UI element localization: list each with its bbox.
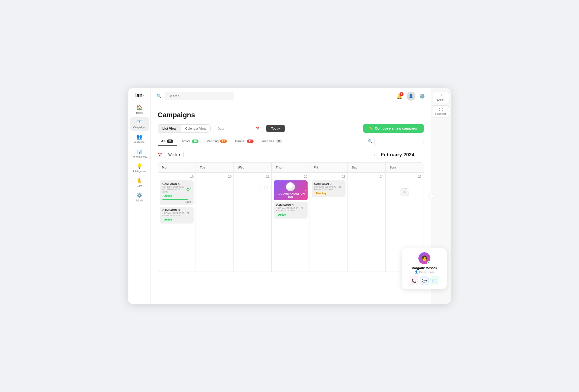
- campaign-d-status: Pending: [314, 192, 328, 195]
- date-24: 24: [350, 175, 383, 178]
- search-icon: 🔍: [157, 94, 162, 98]
- cell-sat-24: 24: [348, 172, 386, 271]
- view-toggle: List View Calendar View: [158, 124, 211, 132]
- campaign-a-nav: ‹ ›: [259, 185, 270, 190]
- cell-tue-20: 20: [196, 172, 234, 271]
- calendar-view-button[interactable]: Calendar View: [181, 125, 211, 132]
- call-button[interactable]: 📞: [410, 276, 418, 285]
- toolbar: List View Calendar View Date 📅 Today ✏️ …: [158, 124, 424, 133]
- campaign-c-title: CAMPAIGN C: [276, 204, 305, 207]
- date-23: 23: [312, 175, 346, 178]
- calendar-grid-icon: 📅: [158, 152, 163, 157]
- week-selector[interactable]: Week ▾: [165, 151, 184, 158]
- campaign-b-card[interactable]: CAMPAIGN B 19 Février 2024 08:00 – 21 Fé…: [160, 207, 194, 223]
- ian-avatar: [286, 182, 295, 191]
- calendar-header: Mon Tue Wed Thu Fri Sat Sun: [158, 163, 424, 172]
- campaign-b-date: 19 Février 2024 08:00 – 21 Février 2024 …: [162, 212, 191, 217]
- cell-mon-19: 19 CAMPAIGN A 19 Février 2024 08:00 – 21…: [158, 172, 196, 271]
- calendar-month-label: February 2024: [381, 152, 414, 158]
- header-tue: Tue: [196, 163, 234, 172]
- tab-pending[interactable]: Pending 22: [204, 137, 230, 146]
- user-avatar-button[interactable]: 👤: [407, 92, 415, 101]
- header-sat: Sat: [348, 163, 386, 172]
- chat-button[interactable]: 💬: [420, 276, 429, 285]
- compose-campaign-button[interactable]: ✏️ Compose a new campaign: [363, 124, 424, 133]
- ian-recommendation-card[interactable]: RECOMMANDATION IAN ›: [274, 180, 307, 200]
- sidebar-item-audience[interactable]: 👥 Audience: [130, 132, 149, 145]
- date-21: 21: [236, 175, 269, 178]
- notification-button[interactable]: 🔔 1: [396, 93, 403, 99]
- export-icon: ↗: [439, 93, 442, 97]
- sidebar-item-performances[interactable]: 📊 Performances: [130, 146, 149, 160]
- fullscreen-icon: ⛶: [439, 108, 443, 112]
- tab-banner[interactable]: Banner 11: [232, 137, 257, 146]
- expand-panel-button[interactable]: ›: [428, 193, 434, 199]
- settings-button[interactable]: ⚙️: [419, 93, 425, 99]
- header-sun: Sun: [386, 163, 424, 172]
- list-view-button[interactable]: List View: [158, 125, 181, 132]
- campaign-a-prev[interactable]: ‹: [259, 185, 265, 190]
- sidebar-item-admin[interactable]: ⚙️ Admin: [130, 190, 149, 204]
- header-wed: Wed: [234, 163, 272, 172]
- campaign-d-date: 19 Février 2024 08:00 – 21 Février 2024 …: [314, 186, 343, 191]
- ian-chevron-icon: ›: [305, 188, 306, 192]
- main-content: 🔍 🔔 1 👤 ⚙️ Campaigns List View Calendar …: [151, 88, 431, 304]
- cell-fri-23: 23 CAMPAIGN D 19 Février 2024 08:00 – 21…: [310, 172, 348, 271]
- right-panel: › ↗ Export ⛶ Fullscreen 🧑 Margaux Messak…: [431, 88, 451, 304]
- tab-all-badge: 80: [167, 139, 173, 143]
- tab-search-input[interactable]: [374, 138, 424, 145]
- campaign-a-date: 19 Février 2024 08:00 – 21 Février 2024 …: [162, 186, 185, 193]
- tab-search-area: 🔍: [368, 138, 424, 145]
- campaign-a-card[interactable]: CAMPAIGN A 19 Février 2024 08:00 – 21 Fé…: [160, 180, 194, 205]
- sidebar-item-care[interactable]: ✋ Care: [130, 176, 149, 189]
- topbar-right: 🔔 1 👤 ⚙️: [396, 92, 425, 101]
- tab-search-icon: 🔍: [368, 139, 373, 144]
- date-25: 25: [388, 175, 422, 178]
- date-picker[interactable]: Date 📅: [214, 125, 263, 132]
- header-fri: Fri: [310, 163, 348, 172]
- user-card: 🧑 Margaux Messak 👤 Brand Team 📞 💬 ✉️: [402, 248, 447, 289]
- add-event-button[interactable]: +: [401, 188, 409, 196]
- cell-wed-21: 21 ‹ ›: [234, 172, 272, 271]
- pencil-icon: ✏️: [368, 126, 373, 130]
- email-button[interactable]: ✉️: [431, 276, 439, 285]
- calendar-grid: Mon Tue Wed Thu Fri Sat Sun 19: [158, 162, 424, 272]
- campaign-a-next[interactable]: ›: [265, 185, 270, 190]
- campaign-c-date: 19 Février 2024 08:00 – 21 Février 2024 …: [276, 207, 305, 212]
- page-content: Campaigns List View Calendar View Date 📅…: [151, 104, 431, 304]
- sidebar-item-intelligence[interactable]: 💡 Intelligence: [130, 161, 149, 175]
- online-status-indicator: [427, 261, 430, 264]
- tab-active-badge: 18: [192, 139, 198, 143]
- campaign-c-card[interactable]: CAMPAIGN C 19 Février 2024 08:00 – 21 Fé…: [274, 202, 307, 219]
- svg-text:80%: 80%: [187, 188, 190, 189]
- tab-archives[interactable]: Archives 32: [259, 137, 286, 146]
- export-button[interactable]: ↗ Export: [433, 91, 449, 103]
- user-name: Margaux Messak: [406, 266, 443, 270]
- calendar-controls: 📅 Week ▾ ‹ February 2024 ›: [158, 151, 424, 158]
- next-month-button[interactable]: ›: [418, 151, 424, 158]
- sidebar-item-home[interactable]: 🏠 Home: [130, 103, 149, 116]
- page-title: Campaigns: [158, 111, 424, 119]
- search-input[interactable]: [165, 92, 234, 100]
- tab-all[interactable]: All 80: [158, 137, 177, 146]
- campaign-a-title: CAMPAIGN A: [162, 182, 185, 185]
- campaign-b-title: CAMPAIGN B: [162, 209, 191, 212]
- user-avatar-wrapper: 🧑: [418, 252, 430, 264]
- tab-active[interactable]: Active 18: [178, 137, 202, 146]
- date-22: 22: [274, 175, 307, 178]
- campaign-b-status: Active: [162, 218, 174, 221]
- prev-month-button[interactable]: ‹: [371, 151, 377, 158]
- campaign-d-card[interactable]: CAMPAIGN D 19 Février 2024 08:00 – 21 Fé…: [312, 180, 346, 197]
- user-team: 👤 Brand Team: [406, 270, 443, 273]
- sidebar-item-campaigns[interactable]: 📧 Campaigns: [130, 117, 149, 131]
- campaign-a-status: Active: [162, 194, 174, 198]
- topbar: 🔍 🔔 1 👤 ⚙️: [151, 88, 431, 104]
- today-button[interactable]: Today: [266, 125, 285, 132]
- cell-thu-22: 22 RECOMMANDATION IAN › CAMPAIGN C 19 Fé…: [272, 172, 310, 271]
- tab-banner-badge: 11: [247, 139, 253, 143]
- campaign-tabs: All 80 Active 18 Pending 22 Banner 11 Ar…: [158, 137, 424, 146]
- campaign-a-progress-text: 100%: [162, 201, 191, 203]
- fullscreen-button[interactable]: ⛶ Fullscreen: [433, 105, 449, 118]
- campaign-c-status: Active: [276, 213, 288, 217]
- team-icon: 👤: [415, 270, 418, 273]
